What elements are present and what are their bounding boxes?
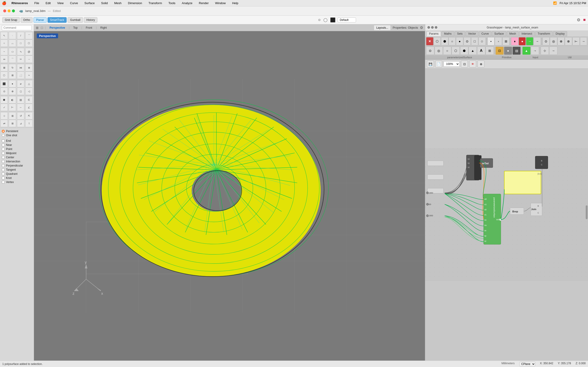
menu-solid[interactable]: Solid (100, 1, 109, 5)
menu-tools[interactable]: Tools (167, 1, 177, 5)
orient-tool[interactable]: ⊿ (17, 120, 24, 127)
oneshot-radio[interactable]: One shot (2, 133, 32, 137)
gh-icon-r2-8[interactable]: ⊞ (485, 47, 494, 55)
snap-point[interactable]: Point (2, 147, 32, 151)
gh-tab-display[interactable]: Display (553, 31, 567, 36)
gh-icon-arrow2[interactable]: → (580, 37, 587, 45)
gh-icon-r2-12[interactable]: ▲ (522, 47, 531, 55)
snap-point-checkbox[interactable] (2, 148, 5, 150)
gh-icon-green2[interactable]: → (526, 37, 533, 45)
blend-tool[interactable]: ⌒ (9, 56, 16, 63)
snap-center[interactable]: Center (2, 155, 32, 159)
snap-end[interactable]: End (2, 139, 32, 143)
color-swatch[interactable] (330, 17, 335, 23)
persistent-radio[interactable]: Persistent (2, 129, 32, 133)
pipe-tool[interactable]: ⬜ (17, 72, 24, 79)
offset-tool[interactable]: ⇔ (0, 56, 8, 63)
freeform-tool[interactable]: ~ (0, 48, 8, 55)
snap-midpoint[interactable]: Midpoint (2, 151, 32, 155)
rect-tool[interactable]: □ (17, 40, 24, 47)
minimize-button[interactable] (8, 9, 10, 12)
tab-front[interactable]: Front (83, 25, 95, 30)
cyl-tool[interactable]: ⌀ (17, 80, 24, 87)
gh-tab-intersect[interactable]: Intersect (519, 31, 535, 36)
snap-intersection-checkbox[interactable] (2, 160, 5, 163)
flow-tool[interactable]: ⌇ (25, 120, 33, 127)
settings-icon[interactable]: ⚙ (420, 25, 423, 30)
command-input[interactable] (2, 25, 32, 30)
cone-tool[interactable]: △ (25, 80, 33, 87)
snap-center-checkbox[interactable] (2, 156, 5, 159)
zebra-tool[interactable]: ▤ (17, 96, 24, 103)
planar-button[interactable]: Planar (34, 17, 47, 23)
snap-vertex[interactable]: Vertex (2, 180, 32, 184)
gh-icon-r2-11[interactable]: ▤ (512, 47, 521, 55)
gh-icon-r2-6[interactable]: ▲ (468, 47, 477, 55)
patch-tool[interactable]: ⬡ (0, 72, 8, 79)
menu-mesh[interactable]: Mesh (113, 1, 123, 5)
nurbs-tool[interactable]: ∿ (17, 48, 24, 55)
measure-tool[interactable]: ⊢ (9, 104, 16, 111)
gh-save-btn[interactable]: 💾 (427, 60, 434, 67)
polygon-tool[interactable]: ⬡ (25, 40, 33, 47)
gh-icon-mesh1[interactable]: ⊞ (502, 37, 510, 45)
snap-tangent[interactable]: Tangent (2, 168, 32, 172)
scale-tool[interactable]: ⇱ (25, 112, 33, 119)
gh-fit-btn[interactable]: ⊡ (461, 60, 468, 67)
menu-help[interactable]: Help (231, 1, 240, 5)
gh-tab-maths[interactable]: Maths (441, 31, 454, 36)
sphere-tool[interactable]: ● (9, 80, 16, 87)
spiral-tool[interactable]: @ (25, 48, 33, 55)
gh-maximize[interactable] (435, 26, 437, 29)
gh-icon-r2-1[interactable]: ⊙ (426, 47, 434, 55)
chamfer-tool[interactable]: ◁ (25, 88, 33, 95)
gh-icon-util4[interactable]: ⊗ (565, 37, 572, 45)
arc-tool[interactable]: ⌓ (9, 40, 16, 47)
gh-icon-arrow1[interactable]: → (534, 37, 541, 45)
move-tool[interactable]: ⊹ (0, 112, 8, 119)
ellipse-tool[interactable]: ⬭ (9, 48, 16, 55)
snap-quadrant-checkbox[interactable] (2, 173, 5, 175)
distance-tool[interactable]: ↔ (17, 104, 24, 111)
rail-tool[interactable]: ≈ (25, 72, 33, 79)
loft-tool[interactable]: ⋈ (17, 64, 24, 71)
sweep-tool[interactable]: ⊗ (25, 64, 33, 71)
gh-icon-util2[interactable]: ◎ (550, 37, 557, 45)
select-tool[interactable]: ↖ (0, 32, 8, 39)
analysis-tool[interactable]: ⬢ (0, 96, 8, 103)
gh-canvas[interactable]: .000 00 .000 sx sy sz mOut u0 (425, 69, 588, 361)
menu-edit[interactable]: Edit (44, 1, 52, 5)
array-tool[interactable]: ⊞ (9, 120, 16, 127)
gh-icon-rect2[interactable]: ▫ (495, 37, 502, 45)
trim-tool[interactable]: ✂ (17, 56, 24, 63)
menu-analyze[interactable]: Analyze (181, 1, 194, 5)
gh-bake-btn[interactable]: ⊕ (477, 60, 484, 67)
gh-tab-mesh[interactable]: Mesh (507, 31, 519, 36)
snap-perpendicular[interactable]: Perpendicular (2, 164, 32, 168)
maximize-button[interactable] (12, 9, 15, 12)
layouts-button[interactable]: Layouts... (374, 25, 391, 31)
rotate-tool[interactable]: ↺ (17, 112, 24, 119)
network-tool[interactable]: ⊞ (9, 72, 16, 79)
menu-render[interactable]: Render (198, 1, 210, 5)
circle-tool[interactable]: ○ (0, 40, 8, 47)
gh-icon-red[interactable]: ● (519, 37, 526, 45)
viewport-main[interactable]: Perspective (34, 31, 425, 361)
gh-tab-vector[interactable]: Vector (466, 31, 478, 36)
gh-tab-sets[interactable]: Sets (455, 31, 465, 36)
gh-icon-r2-2[interactable]: ◎ (435, 47, 443, 55)
gh-icon-rect1[interactable]: ▪ (487, 37, 495, 45)
gh-icon-square1[interactable]: □ (471, 37, 478, 45)
gh-tab-params[interactable]: Params (426, 31, 441, 36)
cplane-select[interactable]: CPlane (519, 362, 536, 366)
gh-icon-circle2[interactable]: ● (456, 37, 463, 45)
gh-icon-r2-7[interactable]: A (477, 47, 485, 55)
menu-rhinoceros[interactable]: Rhinoceros (10, 1, 29, 5)
gh-icon-r2-5[interactable]: ⬢ (460, 47, 468, 55)
close-button[interactable] (3, 9, 6, 12)
ortho-button[interactable]: Ortho (21, 17, 33, 23)
tab-perspective[interactable]: Perspective (47, 25, 68, 30)
menu-dimension[interactable]: Dimension (127, 1, 143, 5)
extrude-tool[interactable]: ⊠ (0, 64, 8, 71)
snap-near-checkbox[interactable] (2, 144, 5, 146)
